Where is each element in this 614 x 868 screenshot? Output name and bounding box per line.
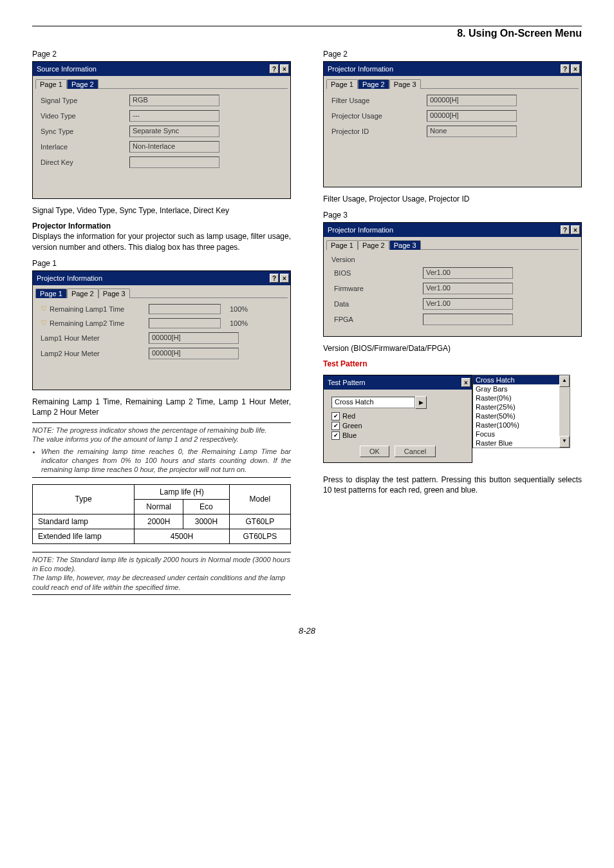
scroll-down-icon[interactable]: ▼ xyxy=(559,436,570,448)
value-projector-id: None xyxy=(427,126,517,137)
help-icon[interactable]: ? xyxy=(561,64,570,73)
tab-page1[interactable]: Page 1 xyxy=(35,79,67,89)
progress-lamp1 xyxy=(149,304,221,314)
cell-std-type: Standard lamp xyxy=(33,514,135,529)
label-page2: Page 2 xyxy=(32,50,291,59)
label-page3: Page 3 xyxy=(323,211,582,220)
tab-page3[interactable]: Page 3 xyxy=(98,288,130,298)
caption-projector-p1: Remaining Lamp 1 Time, Remaining Lamp 2 … xyxy=(32,397,291,417)
close-icon[interactable]: × xyxy=(280,274,289,283)
label-lamp2-time: ♡ Remaining Lamp2 Time xyxy=(41,319,144,327)
list-item[interactable]: Raster(0%) xyxy=(473,393,570,402)
tab-page1[interactable]: Page 1 xyxy=(326,79,358,89)
cell-std-eco: 3000H xyxy=(183,514,230,529)
value-signal-type: RGB xyxy=(129,95,219,106)
list-item[interactable]: Raster(50%) xyxy=(473,411,570,420)
dialog-title: Projector Information xyxy=(328,65,559,73)
list-item[interactable]: Gray Bars xyxy=(473,384,570,393)
dropdown-pattern[interactable]: Cross Hatch xyxy=(331,397,415,408)
value-lamp2-meter: 00000[H] xyxy=(149,348,239,359)
value-video-type: --- xyxy=(129,110,219,122)
caption-projector-p3: Version (BIOS/Firmware/Data/FPGA) xyxy=(323,343,582,354)
tab-page3[interactable]: Page 3 xyxy=(389,240,421,250)
label-sync-type: Sync Type xyxy=(41,127,124,135)
value-data: Ver1.00 xyxy=(423,298,513,310)
close-icon[interactable]: × xyxy=(571,225,580,234)
help-icon[interactable]: ? xyxy=(270,274,279,283)
checkbox-green[interactable]: ✔ xyxy=(331,422,340,430)
list-item[interactable]: Raster Blue xyxy=(473,439,570,448)
desc-test-pattern: Press to display the test pattern. Press… xyxy=(323,475,582,495)
list-item[interactable]: Raster(25%) xyxy=(473,402,570,411)
label-direct-key: Direct Key xyxy=(41,158,124,166)
cell-std-model: GT60LP xyxy=(229,514,290,529)
close-icon[interactable]: × xyxy=(571,64,580,73)
caption-projector-p2: Filter Usage, Projector Usage, Projector… xyxy=(323,194,582,204)
progress-lamp2 xyxy=(149,318,221,328)
tab-page2[interactable]: Page 2 xyxy=(67,288,98,298)
label-signal-type: Signal Type xyxy=(41,97,124,104)
progress-lamp2-pct: 100% xyxy=(230,319,248,327)
th-eco: Eco xyxy=(183,499,230,514)
dialog-test-pattern: Test Pattern × Cross Hatch ▶ ✔ Red xyxy=(323,375,472,463)
dropdown-arrow-icon[interactable]: ▶ xyxy=(415,396,427,409)
label-lamp2-meter: Lamp2 Hour Meter xyxy=(41,350,144,357)
label-version: Version xyxy=(331,256,415,263)
dialog-projector-info-p3: Projector Information ? × Page 1 Page 2 … xyxy=(323,222,582,337)
label-blue: Blue xyxy=(342,431,357,439)
list-item[interactable]: Raster(100%) xyxy=(473,420,570,429)
scroll-up-icon[interactable]: ▲ xyxy=(559,375,570,387)
label-lamp1-meter: Lamp1 Hour Meter xyxy=(41,334,144,342)
caption-source-info: Signal Type, Video Type, Sync Type, Inte… xyxy=(32,205,291,216)
dialog-title: Projector Information xyxy=(37,274,268,282)
cell-ext-model: GT60LPS xyxy=(229,529,290,543)
label-page2-right: Page 2 xyxy=(323,50,582,59)
list-item[interactable]: Focus xyxy=(473,429,570,439)
th-model: Model xyxy=(229,484,290,514)
value-fpga xyxy=(423,314,513,325)
listbox-patterns[interactable]: Cross Hatch Gray Bars Raster(0%) Raster(… xyxy=(472,375,570,448)
bulb-icon: ♡ xyxy=(41,319,47,327)
lamp-life-table: Type Lamp life (H) Model Normal Eco Stan… xyxy=(32,484,291,544)
th-lamp-life: Lamp life (H) xyxy=(135,484,230,499)
dialog-title: Source Information xyxy=(37,65,268,73)
close-icon[interactable]: × xyxy=(280,64,289,73)
note-progress: NOTE: The progress indicator shows the p… xyxy=(32,422,291,444)
tab-page1[interactable]: Page 1 xyxy=(35,288,67,298)
value-direct-key xyxy=(129,156,219,168)
list-item[interactable]: Cross Hatch xyxy=(473,375,570,384)
value-interlace: Non-Interlace xyxy=(129,141,219,153)
note-std-lamp: NOTE: The Standard lamp life is typicall… xyxy=(32,552,291,595)
th-type: Type xyxy=(33,484,135,514)
tab-page2[interactable]: Page 2 xyxy=(358,240,389,250)
label-green: Green xyxy=(342,422,362,429)
cell-std-normal: 2000H xyxy=(135,514,183,529)
note-lamp-zero: When the remaining lamp time reaches 0, … xyxy=(32,447,291,478)
tab-page2[interactable]: Page 2 xyxy=(358,79,389,89)
label-projector-id: Projector ID xyxy=(331,127,422,135)
tab-page1[interactable]: Page 1 xyxy=(326,240,358,250)
ok-button[interactable]: OK xyxy=(360,446,389,457)
dialog-projector-info-p2: Projector Information ? × Page 1 Page 2 … xyxy=(323,61,582,187)
tab-page2[interactable]: Page 2 xyxy=(67,79,98,89)
help-icon[interactable]: ? xyxy=(270,64,279,73)
checkbox-red[interactable]: ✔ xyxy=(331,412,340,420)
help-icon[interactable]: ? xyxy=(561,225,570,234)
cell-ext-type: Extended life lamp xyxy=(33,529,135,543)
value-sync-type: Separate Sync xyxy=(129,126,219,137)
dialog-source-information: Source Information ? × Page 1 Page 2 Sig… xyxy=(32,61,291,199)
label-firmware: Firmware xyxy=(334,285,418,292)
dialog-projector-info-p1: Projector Information ? × Page 1 Page 2 … xyxy=(32,270,291,390)
tab-page3[interactable]: Page 3 xyxy=(389,79,421,89)
cancel-button[interactable]: Cancel xyxy=(395,446,436,457)
th-normal: Normal xyxy=(135,499,183,514)
value-lamp1-meter: 00000[H] xyxy=(149,332,239,344)
value-bios: Ver1.00 xyxy=(423,267,513,279)
cell-ext-hours: 4500H xyxy=(135,529,230,543)
close-icon[interactable]: × xyxy=(461,378,470,387)
label-interlace: Interlace xyxy=(41,143,124,151)
label-page1: Page 1 xyxy=(32,259,291,268)
checkbox-blue[interactable]: ✔ xyxy=(331,431,340,440)
label-video-type: Video Type xyxy=(41,112,124,120)
label-lamp1-time: ♡ Remaining Lamp1 Time xyxy=(41,305,144,313)
